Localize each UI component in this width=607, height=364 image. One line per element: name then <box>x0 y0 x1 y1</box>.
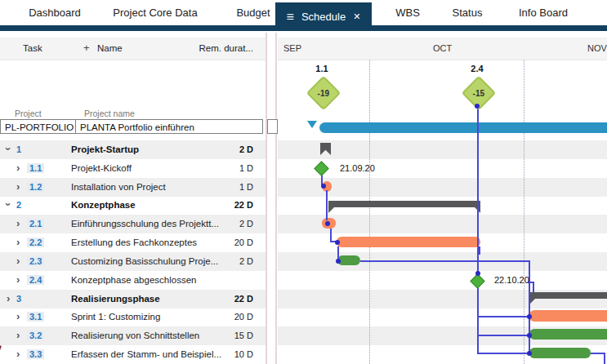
project-duration-field[interactable] <box>267 119 278 134</box>
connector-node <box>335 240 340 245</box>
chevron-right-icon[interactable]: › <box>16 329 20 341</box>
link-2-2-to-2-4 <box>479 246 480 255</box>
task-duration: 2 D <box>188 256 253 266</box>
task-row-3.2[interactable]: ›3.2Realisierung von Schnittstellen15 D <box>0 326 607 345</box>
task-duration: 10 D <box>188 349 253 359</box>
col-header-duration[interactable]: Rem. durat... <box>188 43 253 53</box>
task-number[interactable]: 1.1 <box>27 163 44 173</box>
task-number[interactable]: 2.2 <box>27 237 44 247</box>
tab-status[interactable]: Status <box>443 0 492 25</box>
task-duration: 20 D <box>188 237 253 247</box>
tab-project-core-data[interactable]: Project Core Data <box>105 0 206 25</box>
link-3-3-out <box>591 353 605 354</box>
task-duration: 15 D <box>188 331 253 340</box>
task-row-3[interactable]: ›3Realisierungsphase22 D <box>0 290 607 309</box>
task-row-2[interactable]: ›2Konzeptphase22 D <box>0 196 607 215</box>
chevron-right-icon[interactable]: › <box>7 292 10 304</box>
milestone-ref-label: 1.1 <box>311 64 333 73</box>
close-icon[interactable]: ✕ <box>353 12 360 21</box>
connector-node <box>336 259 341 264</box>
connector-node <box>527 351 532 356</box>
task-number[interactable]: 1 <box>16 144 21 154</box>
phase-bar-3[interactable] <box>529 292 607 299</box>
task-bar-3-2[interactable] <box>529 329 607 340</box>
chevron-right-icon[interactable]: › <box>16 255 20 267</box>
task-row-3.3[interactable]: ›3.3Erfassen der Stamm- und Beispiel...1… <box>0 345 607 364</box>
milestone-buffer-diamond[interactable]: -19 <box>306 76 341 110</box>
task-name: Erstellung des Fachkonzeptes <box>71 237 197 247</box>
project-bar[interactable] <box>319 122 607 133</box>
task-name: Realisierungsphase <box>71 294 160 304</box>
task-duration: 20 D <box>188 312 253 322</box>
chevron-right-icon[interactable]: › <box>16 310 20 322</box>
task-row-1[interactable]: ›1Projekt-Startup2 D <box>0 140 607 159</box>
task-bar-2-2[interactable] <box>337 237 480 247</box>
month-label-oct: OCT <box>433 43 452 53</box>
task-number[interactable]: 3.2 <box>27 331 44 340</box>
task-number[interactable]: 2.4 <box>27 275 44 285</box>
task-number[interactable]: 2.1 <box>27 219 44 229</box>
task-duration: 2 D <box>188 144 253 154</box>
connector-node <box>475 271 480 276</box>
task-number[interactable]: 3.1 <box>27 312 44 322</box>
task-duration: 1 D <box>188 163 253 173</box>
task-bar-3-3[interactable] <box>529 348 591 358</box>
project-name-label: Project name <box>84 109 135 118</box>
phase-bar-2[interactable] <box>328 201 480 207</box>
task-number[interactable]: 2 <box>16 200 21 210</box>
chevron-down-icon[interactable]: › <box>2 203 15 206</box>
planta-schedule-window: Dashboard Project Core Data Budget WBS S… <box>0 0 607 364</box>
link-2-3-out <box>360 260 530 262</box>
link-2-4-to-3-2 <box>477 335 529 336</box>
project-start-marker[interactable] <box>307 121 317 128</box>
tab-schedule-label: Schedule <box>301 11 346 23</box>
gridline-oct <box>369 60 370 364</box>
tab-wbs[interactable]: WBS <box>386 0 430 25</box>
col-header-task[interactable]: Task <box>23 43 42 53</box>
tab-dashboard[interactable]: Dashboard <box>18 0 91 25</box>
task-row-3.1[interactable]: ›3.1Sprint 1: Customizing20 D <box>0 308 607 326</box>
chevron-down-icon[interactable]: › <box>2 147 15 150</box>
task-row-2.2[interactable]: ›2.2Erstellung des Fachkonzeptes20 D <box>0 233 607 252</box>
column-header-band <box>0 38 607 60</box>
task-bar-2-3[interactable] <box>337 255 360 265</box>
connector-node <box>321 184 326 189</box>
chevron-right-icon[interactable]: › <box>16 180 20 193</box>
tab-budget[interactable]: Budget <box>227 0 279 25</box>
buffer-value: -15 <box>473 88 484 97</box>
connector-node <box>325 221 330 226</box>
task-number[interactable]: 1.2 <box>27 182 44 192</box>
panel-splitter[interactable] <box>266 33 278 364</box>
task-number[interactable]: 3 <box>16 294 21 304</box>
buffer-value: -19 <box>318 88 329 97</box>
task-number[interactable]: 2.3 <box>27 256 44 266</box>
link-2-4-to-3-3 <box>477 353 529 354</box>
kickoff-date-label: 21.09.20 <box>340 163 375 173</box>
task-number[interactable]: 3.3 <box>27 349 44 359</box>
chevron-right-icon[interactable]: › <box>16 236 20 248</box>
task-name: Realisierung von Schnittstellen <box>71 331 199 340</box>
task-row-1.1[interactable]: ›1.1Projekt-Kickoff1 D <box>0 159 607 178</box>
add-column-button[interactable]: + <box>83 42 90 54</box>
tab-schedule[interactable]: ≡ Schedule ✕ <box>275 2 372 31</box>
link-into-phase-3 <box>533 282 534 292</box>
link-2-4-down <box>477 286 479 354</box>
tab-info-board[interactable]: Info Board <box>511 0 576 25</box>
task-row-2.1[interactable]: ›2.1Einführungsschulung des Projektt...2… <box>0 215 607 233</box>
chevron-right-icon[interactable]: › <box>16 348 20 360</box>
chevron-right-icon[interactable]: › <box>16 162 20 174</box>
menu-icon[interactable]: ≡ <box>287 11 294 24</box>
col-header-name[interactable]: Name <box>97 43 123 53</box>
connector-node <box>475 104 480 109</box>
project-name-field[interactable]: PLANTA Portfolio einführen <box>75 119 263 134</box>
month-label-sep: SEP <box>283 43 301 53</box>
task-duration: 2 D <box>188 219 253 229</box>
task-name: Konzeptphase abgeschlossen <box>71 275 196 285</box>
task-row-1.2[interactable]: ›1.2Installation von Project1 D <box>0 178 607 197</box>
konzept-date-label: 22.10.20 <box>494 275 529 285</box>
chevron-right-icon[interactable]: › <box>16 217 20 229</box>
task-bar-3-1[interactable] <box>529 310 607 322</box>
chevron-right-icon[interactable]: › <box>16 273 20 286</box>
project-id-field[interactable]: PL-PORTFOLIO <box>0 119 76 134</box>
task-duration: 1 D <box>188 182 253 192</box>
